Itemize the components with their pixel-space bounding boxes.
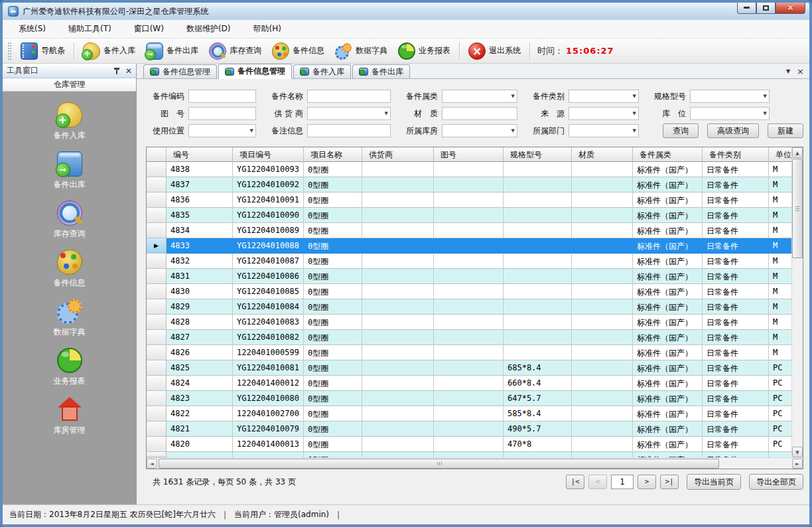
row-selector-cell[interactable] bbox=[147, 254, 167, 269]
form-input-0-1[interactable] bbox=[307, 90, 391, 103]
table-row[interactable]: 0型圈标准件（国产）日常备件 bbox=[147, 452, 792, 457]
row-selector-cell[interactable] bbox=[147, 391, 167, 406]
sidebar-item-data-dict[interactable]: 数据字典 bbox=[3, 299, 136, 338]
column-header-id[interactable]: 编号 bbox=[167, 147, 233, 162]
form-select-1-3[interactable] bbox=[569, 107, 639, 120]
toolbar-grip[interactable] bbox=[8, 42, 11, 60]
row-selector-cell[interactable] bbox=[147, 284, 167, 299]
row-selector-cell[interactable] bbox=[147, 269, 167, 284]
tab-3[interactable]: 备件出库 bbox=[352, 64, 410, 78]
row-selector-cell[interactable] bbox=[147, 330, 167, 345]
toolbar-stock-in-button[interactable]: 备件入库 bbox=[78, 40, 141, 62]
row-selector-cell[interactable] bbox=[147, 421, 167, 437]
column-header-material[interactable]: 材质 bbox=[572, 147, 633, 162]
column-header-attr[interactable]: 备件属类 bbox=[633, 147, 703, 162]
menu-item-2[interactable]: 窗口(W) bbox=[126, 21, 172, 37]
column-header-unit[interactable]: 单位 bbox=[769, 147, 792, 162]
row-selector-cell[interactable] bbox=[147, 177, 167, 192]
sidebar-item-stock-in[interactable]: 备件入库 bbox=[3, 102, 136, 141]
horizontal-scrollbar[interactable]: ◄ ► bbox=[147, 457, 803, 469]
row-selector-cell[interactable] bbox=[147, 360, 167, 376]
table-row[interactable]: 4821YG122040100790型圈490*5.7标准件（国产）日常备件PC bbox=[147, 421, 792, 437]
form-input-1-0[interactable] bbox=[188, 107, 256, 120]
pin-icon[interactable] bbox=[113, 67, 120, 75]
toolbar-navbar-button[interactable]: 导航条 bbox=[15, 40, 70, 62]
menu-item-0[interactable]: 系统(S) bbox=[11, 21, 54, 37]
table-row[interactable]: 4838YG122040100930型圈标准件（国产）日常备件M bbox=[147, 162, 792, 177]
table-row[interactable]: 4823YG122040100800型圈647*5.7标准件（国产）日常备件PC bbox=[147, 391, 792, 406]
table-row[interactable]: 482412204014000120型圈660*8.4标准件（国产）日常备件PC bbox=[147, 376, 792, 391]
menu-item-4[interactable]: 帮助(H) bbox=[245, 21, 289, 37]
scroll-down-icon[interactable]: ▼ bbox=[792, 447, 803, 457]
column-header-project_no[interactable]: 项目编号 bbox=[233, 147, 304, 162]
sidebar-section-header[interactable]: 仓库管理 bbox=[3, 78, 136, 92]
table-row[interactable]: 4832YG122040100870型圈标准件（国产）日常备件M bbox=[147, 254, 792, 269]
row-selector-cell[interactable] bbox=[147, 192, 167, 208]
row-selector-cell[interactable] bbox=[147, 162, 167, 177]
form-input-0-0[interactable] bbox=[188, 90, 256, 103]
form-select-1-4[interactable] bbox=[690, 107, 770, 120]
row-selector-cell[interactable] bbox=[147, 223, 167, 238]
scroll-up-icon[interactable]: ▲ bbox=[792, 147, 803, 158]
next-page-button[interactable]: > bbox=[638, 475, 656, 489]
vertical-scrollbar[interactable]: ▲ ▼ bbox=[791, 147, 803, 457]
table-row[interactable]: 4827YG122040100820型圈标准件（国产）日常备件M bbox=[147, 330, 792, 345]
table-row[interactable]: 4836YG122040100910型圈标准件（国产）日常备件M bbox=[147, 192, 792, 208]
search-button-1[interactable]: 高级查询 bbox=[707, 123, 759, 138]
form-input-1-2[interactable] bbox=[442, 107, 517, 120]
row-selector-cell[interactable]: ▶ bbox=[147, 238, 167, 254]
table-row[interactable]: 4831YG122040100860型圈标准件（国产）日常备件M bbox=[147, 269, 792, 284]
form-select-0-2[interactable] bbox=[442, 90, 517, 103]
maximize-button[interactable] bbox=[756, 2, 776, 14]
toolbar-report-button[interactable]: 业务报表 bbox=[393, 40, 456, 62]
toolwindow-close-icon[interactable]: ✕ bbox=[125, 66, 132, 76]
form-select-0-3[interactable] bbox=[569, 90, 639, 103]
close-button[interactable]: ✕ bbox=[776, 2, 805, 14]
table-row[interactable]: 4830YG122040100850型圈标准件（国产）日常备件M bbox=[147, 284, 792, 299]
column-header-drawing[interactable]: 图号 bbox=[434, 147, 504, 162]
sidebar-item-warehouse[interactable]: 库房管理 bbox=[3, 397, 136, 436]
column-header-name[interactable]: 项目名称 bbox=[304, 147, 362, 162]
first-page-button[interactable]: |< bbox=[566, 475, 584, 489]
sidebar-item-parts-info[interactable]: 备件信息 bbox=[3, 250, 136, 289]
form-select-2-0[interactable] bbox=[188, 124, 256, 137]
toolbar-exit-button[interactable]: 退出系统 bbox=[463, 40, 526, 62]
toolbar-stock-out-button[interactable]: 备件出库 bbox=[141, 40, 204, 62]
table-row[interactable]: 4834YG122040100890型圈标准件（国产）日常备件M bbox=[147, 223, 792, 238]
menu-item-1[interactable]: 辅助工具(T) bbox=[60, 21, 119, 37]
row-selector-cell[interactable] bbox=[147, 315, 167, 330]
search-button-0[interactable]: 查询 bbox=[663, 123, 699, 138]
menu-item-3[interactable]: 数据维护(D) bbox=[178, 21, 239, 37]
column-header-category[interactable]: 备件类别 bbox=[703, 147, 769, 162]
form-input-2-1[interactable] bbox=[307, 124, 391, 137]
tab-close-icon[interactable]: × bbox=[797, 66, 804, 76]
tab-dropdown-icon[interactable]: ▼ bbox=[786, 68, 790, 74]
column-header-supplier[interactable]: 供货商 bbox=[362, 147, 434, 162]
export-current-page-button[interactable]: 导出当前页 bbox=[687, 474, 741, 490]
table-row[interactable]: ▶4833YG122040100880型圈标准件（国产）日常备件M bbox=[147, 238, 792, 254]
form-select-2-3[interactable] bbox=[569, 124, 639, 137]
table-row[interactable]: 4825YG122040100810型圈685*8.4标准件（国产）日常备件PC bbox=[147, 360, 792, 376]
prev-page-button[interactable]: < bbox=[588, 475, 607, 489]
toolbar-inventory-query-button[interactable]: 库存查询 bbox=[204, 40, 267, 62]
sidebar-item-stock-out[interactable]: 备件出库 bbox=[3, 151, 136, 190]
page-number-input[interactable]: 1 bbox=[611, 475, 634, 489]
tab-0[interactable]: 备件信息管理 bbox=[143, 64, 217, 78]
tab-2[interactable]: 备件入库 bbox=[293, 64, 351, 78]
export-all-pages-button[interactable]: 导出全部页 bbox=[749, 474, 803, 490]
toolbar-parts-info-button[interactable]: 备件信息 bbox=[267, 40, 330, 62]
column-header-spec[interactable]: 规格型号 bbox=[504, 147, 572, 162]
search-button-2[interactable]: 新建 bbox=[768, 123, 803, 138]
sidebar-item-report[interactable]: 业务报表 bbox=[3, 348, 136, 387]
row-selector-cell[interactable] bbox=[147, 406, 167, 421]
form-select-2-2[interactable] bbox=[442, 124, 517, 137]
table-row[interactable]: 4837YG122040100920型圈标准件（国产）日常备件M bbox=[147, 177, 792, 192]
table-row[interactable]: 4835YG122040100900型圈标准件（国产）日常备件M bbox=[147, 208, 792, 223]
form-select-0-4[interactable] bbox=[690, 90, 770, 103]
scroll-right-icon[interactable]: ► bbox=[792, 459, 803, 469]
minimize-button[interactable] bbox=[737, 2, 756, 14]
table-row[interactable]: 482212204010027000型圈585*8.4标准件（国产）日常备件PC bbox=[147, 406, 792, 421]
form-select-1-1[interactable] bbox=[307, 107, 391, 120]
row-selector-cell[interactable] bbox=[147, 345, 167, 360]
row-selector-cell[interactable] bbox=[147, 437, 167, 452]
